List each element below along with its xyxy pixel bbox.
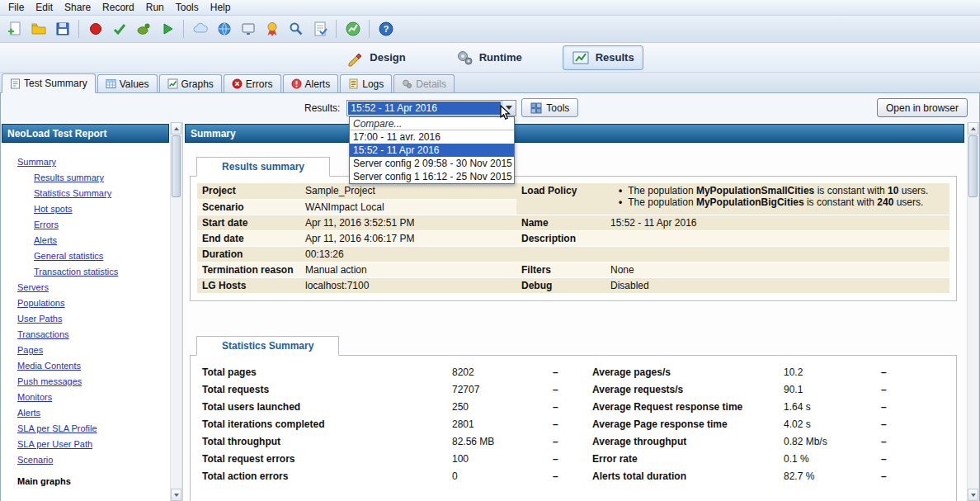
- scrollbar-thumb[interactable]: [968, 135, 978, 197]
- sidebar-item-pages[interactable]: Pages: [17, 343, 170, 358]
- sidebar-item-transaction-statistics[interactable]: Transaction statistics: [34, 264, 170, 280]
- save-icon[interactable]: [51, 18, 73, 40]
- sidebar-item-alerts-2[interactable]: Alerts: [17, 405, 170, 421]
- stat-value: 100: [449, 451, 549, 468]
- results-combobox[interactable]: 15:52 - 11 Apr 2016: [346, 100, 516, 116]
- design-mode-button[interactable]: Design: [337, 45, 414, 70]
- stat-diff: –: [878, 381, 948, 399]
- menu-file[interactable]: File: [2, 1, 30, 14]
- menu-record[interactable]: Record: [97, 1, 140, 14]
- stat-diff: –: [549, 416, 589, 433]
- table-row: Termination reason Manual action Filters…: [197, 262, 949, 277]
- menu-edit[interactable]: Edit: [30, 1, 59, 14]
- lg-hosts-value: localhost:7100: [300, 277, 516, 293]
- runtime-mode-button[interactable]: Runtime: [446, 45, 531, 70]
- table-row: Total iterations completed 2801 – Averag…: [199, 416, 948, 433]
- end-date-value: Apr 11, 2016 4:06:17 PM: [300, 230, 516, 246]
- report-scrollbar[interactable]: [967, 122, 979, 501]
- results-option[interactable]: Server config 2 09:58 - 30 Nov 2015: [350, 157, 514, 170]
- results-summary-table: Project Sample_Project Load Policy The p…: [197, 183, 949, 294]
- sidebar-item-monitors[interactable]: Monitors: [17, 390, 170, 405]
- stat-diff: –: [878, 416, 948, 433]
- sidebar-item-user-paths[interactable]: User Paths: [17, 311, 170, 327]
- open-project-icon[interactable]: [27, 18, 49, 40]
- search-icon[interactable]: [285, 18, 307, 40]
- license-icon[interactable]: [261, 18, 283, 40]
- results-label: Results:: [304, 102, 340, 114]
- scroll-up-button[interactable]: [171, 122, 181, 135]
- results-combobox-value: 15:52 - 11 Apr 2016: [348, 102, 501, 115]
- sidebar-item-general-statistics[interactable]: General statistics: [34, 248, 170, 264]
- menu-run[interactable]: Run: [140, 1, 170, 14]
- sidebar-title: NeoLoad Test Report: [2, 124, 169, 143]
- tab-graphs[interactable]: Graphs: [159, 74, 222, 92]
- sidebar-item-sla-per-user-path[interactable]: SLA per User Path: [17, 437, 170, 452]
- results-option[interactable]: Server config 1 16:12 - 25 Nov 2015: [350, 170, 514, 183]
- tools-button[interactable]: Tools: [521, 98, 578, 117]
- tab-test-summary[interactable]: Test Summary: [2, 73, 96, 93]
- checklist-icon[interactable]: [309, 18, 331, 40]
- tab-logs[interactable]: Logs: [340, 74, 392, 92]
- cloud-icon[interactable]: [189, 18, 211, 40]
- table-row: Total request errors 100 – Error rate 0.…: [199, 451, 948, 468]
- sidebar-item-summary[interactable]: Summary: [17, 154, 170, 170]
- sidebar-item-transactions[interactable]: Transactions: [17, 327, 170, 343]
- tab-values[interactable]: Values: [97, 74, 158, 92]
- tab-alerts[interactable]: Alerts: [283, 74, 339, 92]
- scrollbar-thumb[interactable]: [172, 135, 181, 197]
- menu-share[interactable]: Share: [59, 1, 97, 14]
- mode-row: Design Runtime Results: [0, 43, 980, 73]
- monitor-icon[interactable]: [237, 18, 259, 40]
- sidebar-scrollbar[interactable]: [170, 122, 182, 501]
- results-summary-panel: Project Sample_Project Load Policy The p…: [190, 176, 957, 301]
- menu-help[interactable]: Help: [205, 1, 237, 14]
- verify-icon[interactable]: [132, 18, 154, 40]
- stat-label: Total requests: [199, 381, 449, 399]
- table-row: Total throughput 82.56 MB – Average thro…: [199, 433, 948, 451]
- stat-label: Alerts total duration: [589, 468, 780, 485]
- graph-icon[interactable]: [342, 18, 364, 40]
- sidebar-item-scenario[interactable]: Scenario: [17, 452, 170, 468]
- table-row: LG Hosts localhost:7100 Debug Disabled: [197, 277, 949, 293]
- svg-text:?: ?: [383, 24, 389, 34]
- description-value: [605, 230, 949, 246]
- menu-tools[interactable]: Tools: [170, 1, 205, 14]
- sidebar-item-push-messages[interactable]: Push messages: [17, 374, 170, 390]
- results-summary-section-tab: Results summary: [196, 157, 330, 177]
- scroll-down-button[interactable]: [968, 489, 978, 501]
- sidebar-item-results-summary[interactable]: Results summary: [34, 170, 170, 186]
- scroll-down-button[interactable]: [171, 489, 181, 501]
- sidebar-item-alerts[interactable]: Alerts: [34, 233, 170, 248]
- sidebar-item-sla-per-sla-profile[interactable]: SLA per SLA Profile: [17, 421, 170, 437]
- sidebar-item-hot-spots[interactable]: Hot spots: [34, 201, 170, 217]
- tools-icon: [530, 102, 542, 114]
- results-mode-button[interactable]: Results: [563, 45, 643, 70]
- stat-label: Average requests/s: [589, 381, 780, 399]
- arrow-up-icon: [174, 127, 179, 130]
- sidebar-item-servers[interactable]: Servers: [17, 280, 170, 295]
- help-icon[interactable]: ?: [375, 18, 397, 40]
- details-icon: [402, 78, 412, 89]
- stat-value: 0.82 Mb/s: [780, 433, 878, 451]
- sidebar-heading-main-graphs: Main graphs: [17, 474, 170, 489]
- record-icon[interactable]: [84, 18, 106, 40]
- check-scenario-icon[interactable]: [108, 18, 130, 40]
- scroll-up-button[interactable]: [968, 122, 978, 135]
- sidebar-item-populations[interactable]: Populations: [17, 295, 170, 311]
- stat-diff: –: [549, 381, 589, 399]
- sidebar-item-statistics-summary[interactable]: Statistics Summary: [34, 186, 170, 201]
- open-in-browser-button[interactable]: Open in browser: [877, 98, 968, 117]
- sidebar-item-errors[interactable]: Errors: [34, 217, 170, 233]
- start-test-icon[interactable]: [156, 18, 178, 40]
- sidebar-item-media-contents[interactable]: Media Contents: [17, 358, 170, 374]
- stat-diff: –: [878, 364, 948, 381]
- duration-label: Duration: [197, 246, 300, 262]
- results-option[interactable]: 17:00 - 11 avr. 2016: [350, 130, 514, 144]
- new-project-icon[interactable]: [3, 18, 26, 40]
- project-value: Sample_Project: [300, 183, 516, 199]
- results-option-compare[interactable]: Compare...: [350, 117, 514, 130]
- tab-errors[interactable]: Errors: [224, 74, 281, 92]
- web-icon[interactable]: [213, 18, 235, 40]
- stat-diff: –: [549, 364, 589, 381]
- results-option-selected[interactable]: 15:52 - 11 Apr 2016: [350, 144, 514, 157]
